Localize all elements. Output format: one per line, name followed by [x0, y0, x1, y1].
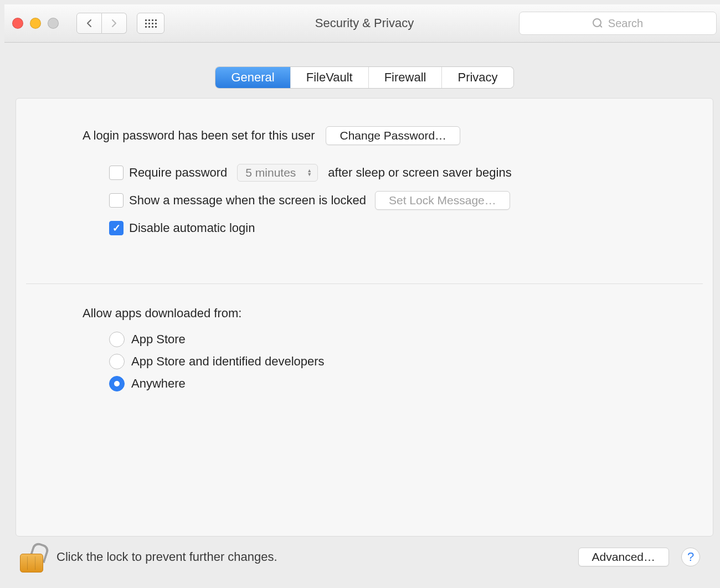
nav-buttons	[76, 13, 127, 34]
require-password-suffix: after sleep or screen saver begins	[328, 166, 511, 180]
radio-anywhere[interactable]	[109, 376, 125, 391]
divider	[26, 283, 703, 284]
disable-auto-login-checkbox[interactable]	[109, 221, 124, 235]
chevron-left-icon	[86, 19, 92, 28]
search-input[interactable]: Search	[519, 12, 717, 35]
tab-general[interactable]: General	[215, 67, 290, 88]
allow-apps-label: Allow apps downloaded from:	[83, 306, 646, 321]
lock-icon[interactable]	[20, 541, 43, 572]
grid-icon	[145, 19, 157, 28]
window-controls	[12, 18, 59, 29]
radio-app-store-label: App Store	[131, 332, 186, 347]
radio-identified-developers[interactable]	[109, 354, 125, 369]
lock-text: Click the lock to prevent further change…	[56, 550, 277, 564]
change-password-button[interactable]: Change Password…	[326, 126, 460, 145]
tab-filevault[interactable]: FileVault	[291, 67, 369, 88]
require-password-delay-value: 5 minutes	[245, 166, 296, 179]
window-title: Security & Privacy	[315, 16, 414, 30]
tab-firewall[interactable]: Firewall	[369, 67, 443, 88]
search-icon	[593, 18, 603, 28]
radio-anywhere-label: Anywhere	[131, 376, 186, 391]
chevron-right-icon	[111, 19, 117, 28]
tab-bar: General FileVault Firewall Privacy	[4, 67, 720, 88]
footer: Click the lock to prevent further change…	[20, 541, 700, 572]
show-message-checkbox[interactable]	[109, 193, 124, 208]
require-password-label: Require password	[129, 166, 227, 180]
radio-identified-developers-label: App Store and identified developers	[131, 354, 325, 369]
close-window-button[interactable]	[12, 18, 23, 29]
forward-button[interactable]	[102, 13, 127, 34]
search-placeholder: Search	[608, 17, 643, 30]
help-button[interactable]: ?	[681, 548, 700, 566]
require-password-checkbox[interactable]	[109, 166, 124, 180]
disable-auto-login-label: Disable automatic login	[129, 221, 255, 235]
require-password-delay-select[interactable]: 5 minutes ▲▼	[237, 164, 318, 182]
advanced-button[interactable]: Advanced…	[578, 548, 669, 566]
stepper-icon: ▲▼	[307, 169, 312, 177]
tab-privacy[interactable]: Privacy	[442, 67, 513, 88]
radio-app-store[interactable]	[109, 332, 125, 347]
settings-panel: A login password has been set for this u…	[16, 98, 713, 537]
titlebar: Security & Privacy Search	[4, 4, 720, 43]
maximize-window-button	[48, 18, 59, 29]
minimize-window-button[interactable]	[30, 18, 41, 29]
back-button[interactable]	[76, 13, 102, 34]
login-password-set-text: A login password has been set for this u…	[83, 128, 315, 143]
show-message-label: Show a message when the screen is locked	[129, 193, 366, 208]
set-lock-message-button[interactable]: Set Lock Message…	[375, 191, 510, 210]
show-all-button[interactable]	[137, 13, 164, 34]
